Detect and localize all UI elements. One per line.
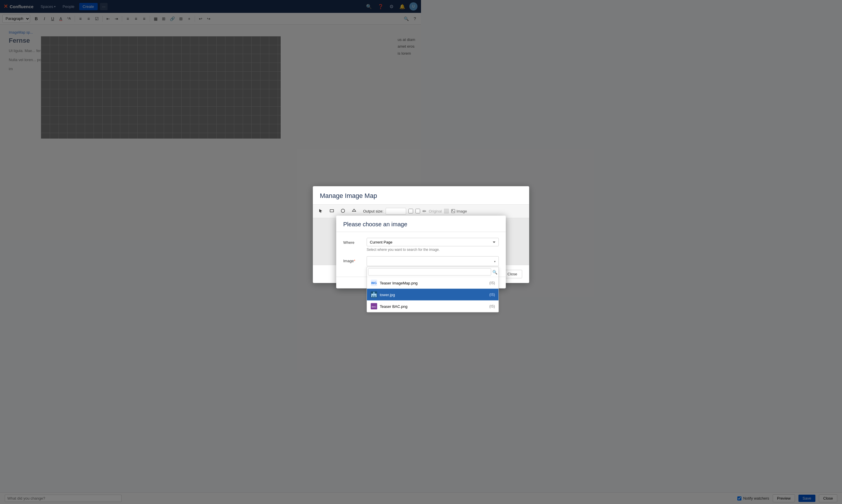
output-size-label: Output size: — [363, 209, 383, 213]
choose-dialog-title: Please choose an image — [343, 221, 421, 228]
where-hint: Select where you want to search for the … — [366, 248, 421, 252]
circle-tool-button[interactable] — [339, 207, 347, 215]
choose-dialog-body: Where Current Page Search Select where y… — [336, 232, 421, 252]
poly-tool-button[interactable] — [350, 207, 358, 215]
choose-dialog-header: Please choose an image — [336, 216, 421, 232]
where-row: Where Current Page Search Select where y… — [343, 238, 421, 252]
where-label: Where — [343, 238, 366, 245]
svg-rect-0 — [330, 210, 334, 212]
svg-point-1 — [341, 209, 345, 213]
output-size-input[interactable] — [386, 208, 406, 215]
select-tool-button[interactable] — [316, 207, 325, 215]
modal-overlay: Manage Image Map Output size: ✏ O — [0, 0, 421, 252]
output-checkbox-1[interactable] — [408, 209, 413, 213]
rect-tool-button[interactable] — [327, 207, 336, 215]
output-checkbox-2[interactable] — [415, 209, 420, 213]
choose-image-dialog: Please choose an image Where Current Pag… — [336, 216, 421, 252]
dialog-header: Manage Image Map — [313, 186, 421, 205]
where-select[interactable]: Current Page Search — [366, 238, 421, 247]
dialog-title: Manage Image Map — [320, 192, 421, 200]
where-control: Current Page Search Select where you wan… — [366, 238, 421, 252]
svg-marker-2 — [352, 209, 356, 211]
